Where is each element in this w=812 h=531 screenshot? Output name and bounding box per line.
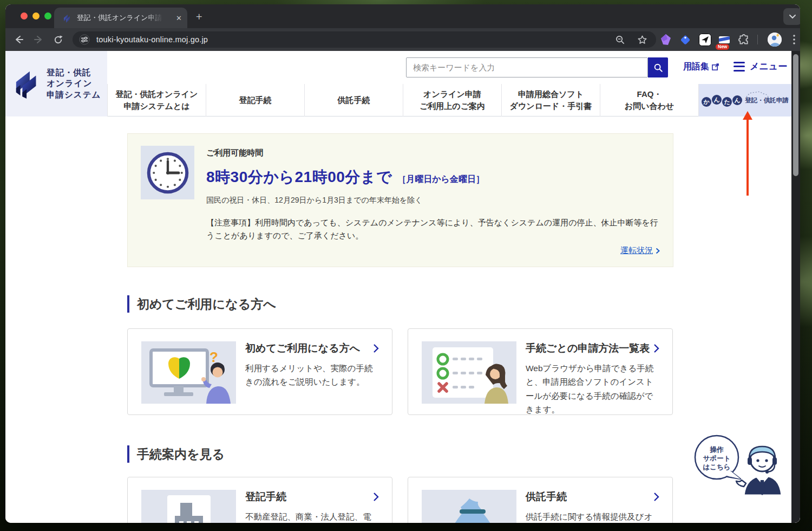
service-hours: 8時30分から21時00分まで bbox=[206, 167, 392, 187]
building-illustration bbox=[141, 490, 236, 523]
back-button[interactable] bbox=[13, 34, 25, 46]
tab-search-button[interactable] bbox=[783, 8, 800, 25]
browser-menu-kebab-icon[interactable] bbox=[787, 33, 800, 47]
money-bag-illustration bbox=[422, 490, 516, 523]
extension-gem-icon[interactable] bbox=[659, 33, 673, 47]
card-application-method-list[interactable]: 手続ごとの申請方法一覧表 Webブラウザから申請できる手続と、申請用総合ソフトの… bbox=[408, 328, 673, 415]
kantan-kana-circle: た bbox=[722, 97, 732, 107]
service-hours-box: ご利用可能時間 8時30分から21時00分まで ［月曜日から金曜日］ 国民の祝日… bbox=[127, 133, 673, 267]
svg-text:はこちら: はこちら bbox=[703, 463, 730, 471]
menu-label: メニュー bbox=[750, 60, 787, 73]
svg-text:サポート: サポート bbox=[703, 455, 731, 462]
extension-tag-icon[interactable] bbox=[678, 33, 692, 47]
reload-button[interactable] bbox=[52, 34, 64, 46]
site-favicon bbox=[63, 14, 72, 23]
operation-status-link[interactable]: 運転状況 bbox=[620, 245, 660, 256]
section-heading-guide: 手続案内を見る bbox=[127, 445, 673, 463]
beginner-illustration: ? bbox=[141, 341, 236, 404]
site-info-icon[interactable] bbox=[79, 34, 90, 45]
kantan-kana-circle: か bbox=[702, 97, 711, 107]
card-deposit-procedure[interactable]: 供託手続 供託手続に関する情報提供及びオンラ bbox=[408, 477, 673, 523]
search-button[interactable] bbox=[648, 57, 668, 77]
fullscreen-window-button[interactable] bbox=[44, 12, 51, 20]
chevron-right-icon bbox=[373, 492, 379, 502]
tab-title: 登記・供託オンライン申請システ bbox=[77, 13, 163, 23]
support-widget[interactable]: 操作 サポート はこちら bbox=[692, 429, 783, 497]
tab-strip: 登記・供託オンライン申請システ ✕ ＋ bbox=[5, 4, 800, 28]
url-text[interactable]: touki-kyoutaku-online.moj.go.jp bbox=[96, 35, 208, 44]
menu-button[interactable]: メニュー bbox=[734, 60, 787, 73]
card-description: Webブラウザから申請できる手続と、申請用総合ソフトのインストールが必要になる手… bbox=[526, 361, 659, 416]
profile-avatar[interactable] bbox=[768, 33, 782, 47]
nav-item-faq[interactable]: FAQ・お問い合わせ bbox=[600, 84, 698, 116]
card-registration-procedure[interactable]: 登記手続 不動産登記、商業・法人登記、電子証 bbox=[127, 477, 392, 523]
scrollbar-thumb[interactable] bbox=[793, 54, 798, 176]
kantan-kana-circle: ん bbox=[712, 95, 722, 105]
browser-tab[interactable]: 登記・供託オンライン申請システ ✕ bbox=[54, 8, 187, 28]
new-tab-button[interactable]: ＋ bbox=[194, 11, 204, 21]
minimize-window-button[interactable] bbox=[32, 12, 40, 20]
clock-icon bbox=[141, 146, 194, 199]
bookmark-star-icon[interactable] bbox=[637, 35, 647, 45]
browser-toolbar: touki-kyoutaku-online.moj.go.jp bbox=[5, 28, 800, 51]
nav-item-deposit[interactable]: 供託手続 bbox=[304, 84, 403, 116]
tab-close-icon[interactable]: ✕ bbox=[176, 15, 182, 22]
glossary-label: 用語集 bbox=[683, 61, 709, 73]
svg-text:操作: 操作 bbox=[710, 446, 724, 454]
logo-icon bbox=[13, 68, 42, 100]
hours-label: ご利用可能時間 bbox=[206, 148, 660, 158]
search-icon bbox=[653, 63, 663, 73]
card-title: 供託手続 bbox=[526, 490, 567, 504]
external-link-icon bbox=[712, 63, 719, 70]
glossary-link[interactable]: 用語集 bbox=[683, 61, 719, 73]
card-title: 初めてご利用になる方へ bbox=[245, 341, 360, 355]
main-navigation: 登記・供託オンライン申請システムとは 登記手続 供託手続 オンライン申請ご利用上… bbox=[107, 84, 791, 116]
logo-text: 登記・供託 オンライン 申請システム bbox=[47, 67, 101, 100]
toolbar-divider bbox=[757, 35, 758, 44]
extensions-puzzle-icon[interactable] bbox=[737, 33, 751, 47]
header-utility-row: 用語集 メニュー bbox=[107, 51, 791, 84]
page-viewport: 登記・供託 オンライン 申請システム 用語集 bbox=[5, 51, 800, 523]
heading-accent-bar bbox=[127, 295, 129, 313]
browser-window: 登記・供託オンライン申請システ ✕ ＋ touki-kyoutaku-onli bbox=[5, 4, 800, 523]
window-controls[interactable] bbox=[21, 12, 51, 20]
annotation-arrow bbox=[743, 111, 752, 196]
chevron-right-icon bbox=[373, 344, 379, 353]
support-operator-icon bbox=[736, 446, 782, 495]
card-description: 不動産登記、商業・法人登記、電子証 bbox=[245, 510, 379, 523]
heading-accent-bar bbox=[127, 445, 129, 463]
nav-item-about[interactable]: 登記・供託オンライン申請システムとは bbox=[107, 84, 206, 116]
chevron-right-icon bbox=[656, 248, 660, 254]
nav-item-online-guidance[interactable]: オンライン申請ご利用上のご案内 bbox=[403, 84, 501, 116]
close-window-button[interactable] bbox=[21, 12, 28, 20]
page-scrollbar[interactable] bbox=[791, 51, 800, 523]
address-bar[interactable]: touki-kyoutaku-online.moj.go.jp bbox=[73, 31, 656, 48]
hours-exception: 国民の祝日・休日、12月29日から1月3日までの年末年始を除く bbox=[206, 196, 660, 205]
site-logo[interactable]: 登記・供託 オンライン 申請システム bbox=[5, 51, 107, 116]
nav-item-software-download[interactable]: 申請用総合ソフトダウンロード・手引書 bbox=[501, 84, 600, 116]
new-badge: New bbox=[716, 44, 729, 50]
card-first-time-users[interactable]: ? 初めてご利用になる方へ bbox=[127, 328, 392, 415]
card-title: 登記手続 bbox=[245, 490, 286, 504]
chevron-right-icon bbox=[653, 344, 659, 353]
chevron-right-icon bbox=[653, 492, 659, 502]
nav-item-registration[interactable]: 登記手続 bbox=[206, 84, 304, 116]
zoom-icon[interactable] bbox=[615, 35, 625, 45]
extension-paper-plane-icon[interactable] bbox=[698, 33, 712, 47]
card-description: 利用するメリットや、実際の手続きの流れをご説明いたします。 bbox=[245, 361, 379, 389]
service-days: ［月曜日から金曜日］ bbox=[397, 174, 484, 185]
support-speech-bubble: 操作 サポート はこちら bbox=[695, 436, 741, 479]
site-header: 登記・供託 オンライン 申請システム 用語集 bbox=[5, 51, 791, 116]
extension-icons: New bbox=[659, 33, 800, 47]
kantan-kana-circle: ん bbox=[732, 95, 742, 105]
card-title: 手続ごとの申請方法一覧表 bbox=[526, 341, 650, 355]
search-input[interactable] bbox=[406, 57, 648, 77]
card-description: 供託手続に関する情報提供及びオンラ bbox=[526, 510, 659, 523]
chevron-down-icon bbox=[789, 14, 796, 19]
forward-button[interactable] bbox=[32, 34, 44, 46]
caution-note: 【注意事項】利用時間内であっても、システムのメンテナンス等により、予告なくシステ… bbox=[206, 216, 660, 242]
section-heading-first-use: 初めてご利用になる方へ bbox=[127, 295, 673, 313]
extension-new-icon[interactable]: New bbox=[717, 33, 731, 47]
page-main: ご利用可能時間 8時30分から21時00分まで ［月曜日から金曜日］ 国民の祝日… bbox=[5, 117, 791, 523]
hamburger-icon bbox=[734, 62, 745, 72]
